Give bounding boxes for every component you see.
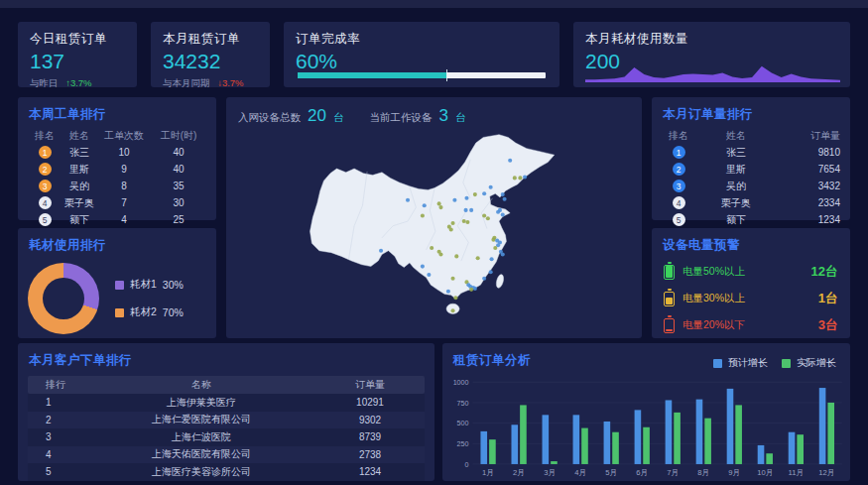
table-row: 2上海仁爱医院有限公司9302 <box>28 412 425 429</box>
device-dot <box>464 196 468 200</box>
consumable-rank-panel: 耗材使用排行 耗材1 30% 耗材2 70% <box>18 228 216 338</box>
device-dot <box>493 246 497 250</box>
battery-warning-panel: 设备电量预警 电量50%以上 12台 电量30%以上 1台 电量20%以下 3台 <box>652 228 850 338</box>
device-dot <box>469 288 473 292</box>
device-dot <box>501 252 505 256</box>
bar-11月-实际增长 <box>797 434 804 464</box>
card-month-orders: 本月租赁订单 34232 与本月同期 ↓3.7% <box>151 22 270 87</box>
card-title: 本月耗材使用数量 <box>585 31 838 48</box>
device-dot <box>449 227 453 231</box>
device-dot <box>501 213 505 217</box>
device-dot <box>473 287 477 291</box>
bar-chart-legend: 预计增长 实际增长 <box>713 347 850 370</box>
battery-half-icon <box>664 292 675 306</box>
customer-rank-panel: 本月客户下单排行 排行 名称 订单量 1上海伊莱美医疗10291 2上海仁爱医院… <box>18 343 434 481</box>
device-dot <box>454 254 458 258</box>
svg-text:7月: 7月 <box>667 468 679 477</box>
device-dot <box>464 208 468 212</box>
device-dot <box>453 296 457 300</box>
table-row: 3 吴的835 <box>18 178 216 194</box>
svg-text:4月: 4月 <box>574 468 586 477</box>
china-map <box>238 128 630 329</box>
rank-badge: 1 <box>673 146 685 159</box>
svg-text:3月: 3月 <box>544 468 556 477</box>
sparkline-area <box>585 66 840 82</box>
panel-title: 本月客户下单排行 <box>18 343 434 374</box>
bar-2月-实际增长 <box>520 405 527 464</box>
device-dot <box>451 277 455 281</box>
rank-badge: 2 <box>39 163 52 176</box>
rank-badge: 5 <box>673 213 685 226</box>
card-compare: 与本月同期 ↓3.7% <box>163 77 258 87</box>
legend-swatch <box>782 359 791 368</box>
card-title: 今日租赁订单 <box>30 31 125 48</box>
progress-marker <box>446 69 447 81</box>
panel-title: 耗材使用排行 <box>18 228 216 259</box>
device-dot <box>489 270 493 274</box>
card-title: 本月租赁订单 <box>163 31 258 48</box>
panel-title: 本月订单量排行 <box>652 97 850 128</box>
card-today-orders: 今日租赁订单 137 与昨日 ↑3.7% <box>18 22 137 87</box>
device-dot <box>406 198 410 202</box>
device-dot <box>421 213 425 217</box>
bar-3月-预计增长 <box>543 415 550 464</box>
device-dot <box>446 290 450 294</box>
battery-row-mid: 电量30%以上 1台 <box>664 290 838 307</box>
bar-9月-实际增长 <box>735 405 742 464</box>
device-dot <box>451 308 455 312</box>
device-dot <box>423 203 427 207</box>
device-dot <box>486 216 490 220</box>
battery-row-high: 电量50%以上 12台 <box>664 263 838 281</box>
bar-11月-预计增长 <box>789 432 796 464</box>
table-row: 4上海天佑医院有限公司2738 <box>28 446 425 464</box>
device-dot <box>452 198 456 202</box>
bar-7月-实际增长 <box>674 413 681 464</box>
card-completion-rate: 订单完成率 60% <box>284 22 559 87</box>
rank-badge: 3 <box>673 180 685 192</box>
battery-full-icon <box>664 265 675 280</box>
legend-item-actual[interactable]: 实际增长 <box>782 356 836 370</box>
table-row: 5 额下1234 <box>652 211 850 228</box>
device-dot <box>482 277 486 281</box>
device-dot <box>438 252 442 256</box>
bar-8月-实际增长 <box>704 419 711 464</box>
consumable-donut-chart <box>28 263 99 334</box>
card-value: 137 <box>30 51 125 71</box>
page-top-strip <box>0 0 868 8</box>
svg-text:1月: 1月 <box>482 468 494 477</box>
right-column: 本月订单量排行 排名 姓名 订单量 1 张三9810 2 里斯7654 3 吴的… <box>652 97 850 338</box>
svg-text:750: 750 <box>457 399 469 407</box>
table-row: 1 张三1040 <box>18 144 216 161</box>
device-dot <box>490 257 494 261</box>
table-row: 5上海医疗美容诊所公司1234 <box>28 463 425 481</box>
device-dot <box>469 208 473 212</box>
table-header: 排名 姓名 订单量 <box>652 128 850 144</box>
compare-label: 与本月同期 <box>163 77 210 87</box>
device-dot <box>491 238 495 242</box>
table-row: 1 张三9810 <box>652 144 850 161</box>
delta-down-value: ↓3.7% <box>217 77 243 87</box>
bar-12月-预计增长 <box>819 388 826 464</box>
svg-text:6月: 6月 <box>636 468 648 477</box>
consumables-sparkline-chart <box>585 54 840 83</box>
stat-total-devices: 入网设备总数 20 台 <box>238 106 343 126</box>
device-dot <box>473 192 477 196</box>
table-header: 排名 姓名 工单次数 工时(时) <box>18 128 216 144</box>
device-dot <box>437 201 441 205</box>
card-consumables-usage: 本月耗材使用数量 200 <box>573 22 850 87</box>
bar-2月-预计增长 <box>511 424 518 464</box>
middle-row: 本周工单排行 排名 姓名 工单次数 工时(时) 1 张三1040 2 里斯940… <box>18 97 850 335</box>
chart-header: 租赁订单分析 预计增长 实际增长 <box>442 343 850 374</box>
donut-legend: 耗材1 30% 耗材2 70% <box>115 278 184 319</box>
left-column: 本周工单排行 排名 姓名 工单次数 工时(时) 1 张三1040 2 里斯940… <box>18 97 216 338</box>
stat-working-devices: 当前工作设备 3 台 <box>369 106 465 126</box>
card-value: 60% <box>296 51 548 71</box>
svg-text:250: 250 <box>457 440 469 448</box>
device-dot <box>489 185 493 189</box>
legend-swatch <box>115 281 124 290</box>
svg-text:0: 0 <box>464 460 468 468</box>
legend-item-expected[interactable]: 预计增长 <box>713 356 768 370</box>
legend-item: 耗材2 70% <box>115 305 184 319</box>
svg-text:9月: 9月 <box>728 468 740 477</box>
customer-table: 排行 名称 订单量 1上海伊莱美医疗10291 2上海仁爱医院有限公司9302 … <box>28 376 425 481</box>
